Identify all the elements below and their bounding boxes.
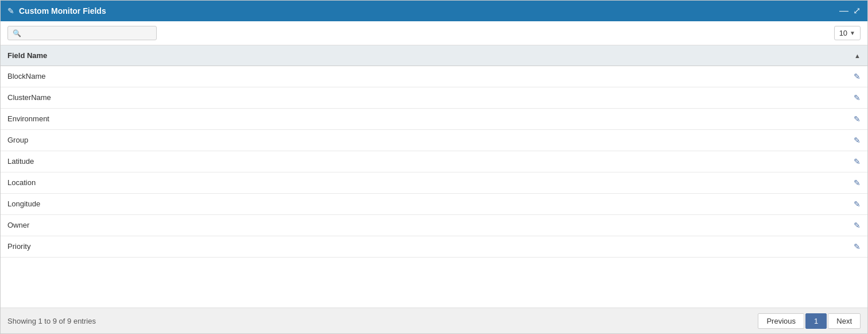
field-name-cell: Owner ✎	[1, 215, 867, 236]
field-name-cell: Latitude ✎	[1, 151, 867, 172]
edit-icon[interactable]: ✎	[854, 178, 861, 187]
toolbar: 🔍 10 ▼	[1, 21, 867, 45]
next-button[interactable]: Next	[828, 313, 861, 329]
field-name-value: Owner	[7, 221, 29, 229]
field-name-cell: Priority ✎	[1, 236, 867, 258]
field-name-value: Environment	[7, 114, 49, 123]
edit-icon[interactable]: ✎	[854, 136, 861, 145]
main-window: ✎ Custom Monitor Fields — ⤢ 🔍 10 ▼ Field…	[0, 0, 868, 334]
table-container: Field Name ▲ BlockName ✎ ClusterName ✎	[1, 45, 867, 308]
table-row: Longitude ✎	[1, 194, 867, 215]
table-row: Latitude ✎	[1, 151, 867, 172]
page-size-value: 10	[839, 29, 847, 37]
edit-icon[interactable]: ✎	[854, 72, 861, 81]
window-title: Custom Monitor Fields	[19, 6, 106, 16]
edit-icon[interactable]: ✎	[854, 157, 861, 166]
window-icon: ✎	[7, 6, 14, 16]
pagination: Previous 1 Next	[758, 313, 861, 329]
field-name-cell: Location ✎	[1, 172, 867, 194]
field-name-value: Priority	[7, 242, 30, 251]
table-row: Priority ✎	[1, 236, 867, 258]
field-name-cell: ClusterName ✎	[1, 87, 867, 109]
field-name-cell: BlockName ✎	[1, 66, 867, 87]
field-name-value: ClusterName	[7, 93, 51, 102]
field-name-cell: Longitude ✎	[1, 194, 867, 215]
edit-icon[interactable]: ✎	[854, 93, 861, 102]
table-row: Environment ✎	[1, 109, 867, 130]
maximize-button[interactable]: ⤢	[853, 6, 861, 16]
footer: Showing 1 to 9 of 9 entries Previous 1 N…	[1, 308, 867, 333]
field-name-value: Longitude	[7, 199, 40, 208]
data-table: Field Name ▲ BlockName ✎ ClusterName ✎	[1, 45, 867, 258]
edit-icon[interactable]: ✎	[854, 199, 861, 209]
search-box[interactable]: 🔍	[7, 26, 157, 40]
field-name-value: Location	[7, 178, 36, 187]
edit-icon[interactable]: ✎	[854, 242, 861, 251]
page-size-arrow-icon: ▼	[850, 30, 855, 36]
table-row: BlockName ✎	[1, 66, 867, 87]
edit-icon[interactable]: ✎	[854, 114, 861, 124]
field-name-header[interactable]: Field Name ▲	[1, 45, 867, 66]
minimize-button[interactable]: —	[839, 6, 848, 16]
table-row: Group ✎	[1, 130, 867, 151]
table-row: Owner ✎	[1, 215, 867, 236]
field-name-label: Field Name	[7, 51, 47, 60]
previous-button[interactable]: Previous	[758, 313, 804, 329]
edit-icon[interactable]: ✎	[854, 221, 861, 230]
field-name-value: Latitude	[7, 157, 34, 166]
search-input[interactable]	[25, 29, 152, 37]
field-name-value: Group	[7, 136, 28, 144]
table-row: Location ✎	[1, 172, 867, 194]
field-name-cell: Environment ✎	[1, 109, 867, 130]
field-name-cell: Group ✎	[1, 130, 867, 151]
title-bar-left: ✎ Custom Monitor Fields	[7, 6, 106, 16]
title-bar: ✎ Custom Monitor Fields — ⤢	[1, 1, 867, 21]
table-row: ClusterName ✎	[1, 87, 867, 109]
page-1-button[interactable]: 1	[805, 313, 827, 329]
showing-text: Showing 1 to 9 of 9 entries	[7, 317, 96, 325]
title-controls: — ⤢	[839, 6, 861, 16]
sort-icon: ▲	[854, 52, 861, 59]
page-size-select[interactable]: 10 ▼	[834, 26, 861, 40]
field-name-value: BlockName	[7, 72, 45, 80]
search-icon: 🔍	[13, 29, 21, 37]
